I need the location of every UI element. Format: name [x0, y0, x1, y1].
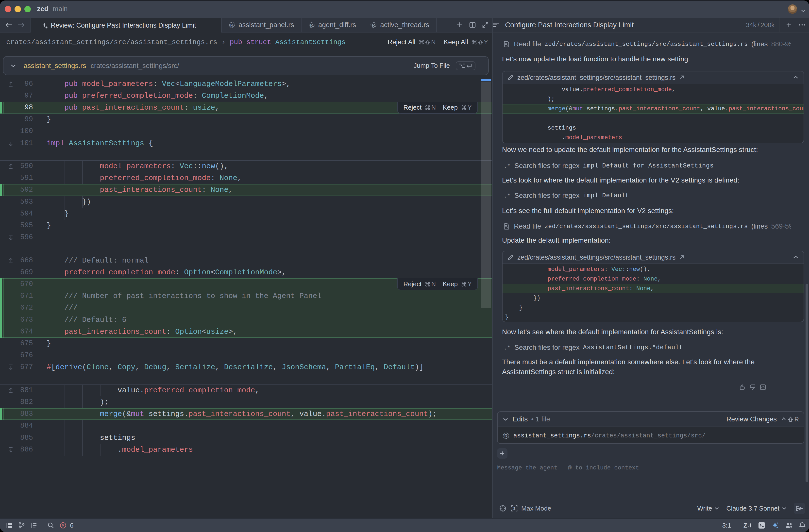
- svg-text:R: R: [504, 433, 507, 439]
- svg-text:Z: Z: [743, 522, 747, 529]
- svg-text:R: R: [310, 23, 313, 28]
- svg-text:.*: .*: [504, 193, 510, 199]
- svg-text:z: z: [513, 506, 516, 511]
- svg-text:R: R: [230, 23, 234, 28]
- svg-text:.*: .*: [504, 345, 510, 351]
- svg-text:.*: .*: [504, 163, 510, 169]
- svg-text:R: R: [372, 23, 375, 28]
